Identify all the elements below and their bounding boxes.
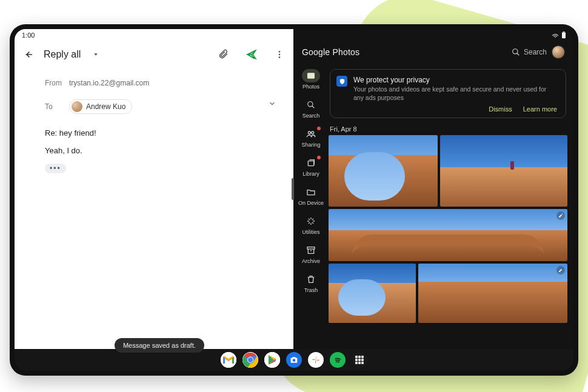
attach-button[interactable] <box>215 45 233 64</box>
rail-archive[interactable]: Archive <box>293 241 329 267</box>
split-handle[interactable] <box>292 178 294 200</box>
back-button[interactable] <box>19 45 38 64</box>
svg-rect-6 <box>307 73 315 78</box>
photo-grid <box>329 135 567 345</box>
tablet-frame: 1:00 Reply all <box>10 24 578 376</box>
photo-thumbnail[interactable] <box>329 135 438 207</box>
from-label: From <box>45 79 69 87</box>
taskbar-camera[interactable] <box>286 352 302 368</box>
rail-library[interactable]: Library <box>293 154 329 179</box>
privacy-title: We protect your privacy <box>353 76 557 84</box>
svg-point-2 <box>279 51 281 53</box>
from-value: trystan.io.22@gmail.com <box>69 79 149 87</box>
spotify-icon <box>333 355 342 365</box>
svg-point-4 <box>279 56 281 58</box>
logo-google-text: Google <box>302 47 330 57</box>
battery-icon <box>561 32 566 39</box>
rail-label: Library <box>302 171 319 177</box>
rail-search[interactable]: Search <box>293 96 329 121</box>
status-clock: 1:00 <box>22 32 35 39</box>
rail-label: Search <box>302 113 320 119</box>
svg-rect-10 <box>308 161 313 166</box>
gmail-toolbar: Reply all <box>15 41 293 68</box>
privacy-dismiss-button[interactable]: Dismiss <box>489 105 512 113</box>
taskbar <box>15 349 573 371</box>
chevron-down-icon <box>268 99 276 108</box>
compose-body: From trystan.io.22@gmail.com To Andrew K… <box>15 68 293 173</box>
svg-point-16 <box>248 357 253 362</box>
rail-label: Trash <box>304 287 318 293</box>
photos-header: Google Photos Search <box>293 41 573 63</box>
paperclip-icon <box>218 49 229 60</box>
photo-thumbnail[interactable] <box>440 135 567 207</box>
taskbar-play[interactable] <box>264 352 280 368</box>
taskbar-all-apps[interactable] <box>352 352 367 368</box>
library-icon <box>306 158 316 168</box>
from-row[interactable]: From trystan.io.22@gmail.com <box>45 75 279 91</box>
rail-utilities[interactable]: Utilities <box>293 212 329 238</box>
privacy-banner: We protect your privacy Your photos and … <box>330 69 566 118</box>
status-icons <box>552 32 566 39</box>
search-button[interactable]: Search <box>512 48 547 56</box>
recipient-name: Andrew Kuo <box>86 102 125 111</box>
taskbar-chrome[interactable] <box>242 352 258 368</box>
search-label: Search <box>524 48 547 56</box>
status-bar: 1:00 <box>15 29 573 41</box>
recipient-avatar-icon <box>72 101 82 112</box>
compose-title: Reply all <box>44 49 81 60</box>
subject-line[interactable]: Re: hey friend! <box>45 128 279 138</box>
to-label: To <box>45 102 69 111</box>
svg-point-5 <box>513 49 518 54</box>
photo-thumbnail[interactable] <box>329 264 416 323</box>
rail-trash[interactable]: Trash <box>293 270 329 296</box>
arrow-left-icon <box>23 49 34 60</box>
svg-rect-0 <box>562 33 566 39</box>
more-button[interactable] <box>270 45 289 64</box>
recipient-chip[interactable]: Andrew Kuo <box>69 99 132 114</box>
taskbar-spotify[interactable] <box>330 352 346 368</box>
rail-label: On Device <box>298 200 324 206</box>
rail-sharing[interactable]: Sharing <box>293 125 329 150</box>
message-body-text[interactable]: Yeah, I do. <box>45 146 279 155</box>
rail-label: Photos <box>302 84 319 90</box>
photo-date-header: Fri, Apr 8 <box>330 125 567 133</box>
more-vert-icon <box>275 50 284 59</box>
image-icon <box>306 71 316 81</box>
expand-recipients-button[interactable] <box>268 99 276 108</box>
gmail-icon <box>221 352 236 368</box>
apps-grid-icon <box>355 356 364 364</box>
logo-photos-text: Photos <box>332 47 359 57</box>
google-photos-icon <box>310 354 321 365</box>
taskbar-photos[interactable] <box>308 352 324 368</box>
toast-message: Message saved as draft. <box>115 338 204 353</box>
archive-icon <box>306 245 316 255</box>
play-store-icon <box>264 352 280 368</box>
send-icon <box>246 49 257 60</box>
privacy-body: Your photos and videos are kept safe and… <box>353 85 557 102</box>
rail-label: Archive <box>302 258 320 264</box>
google-photos-logo: Google Photos <box>302 47 359 57</box>
notification-badge-icon <box>316 155 321 160</box>
show-trimmed-button[interactable]: ••• <box>45 164 66 173</box>
to-row[interactable]: To Andrew Kuo <box>45 96 279 118</box>
svg-point-8 <box>308 131 310 134</box>
folder-icon <box>306 187 316 197</box>
account-avatar[interactable] <box>552 45 565 59</box>
send-button[interactable] <box>242 45 261 64</box>
trash-icon <box>306 274 316 284</box>
rail-ondevice[interactable]: On Device <box>293 183 329 208</box>
svg-point-3 <box>279 54 281 56</box>
caret-down-icon <box>93 51 99 58</box>
reply-mode-dropdown[interactable] <box>87 45 105 64</box>
tablet-screen: 1:00 Reply all <box>15 29 573 371</box>
wifi-icon <box>552 32 559 39</box>
photos-main: We protect your privacy Your photos and … <box>329 41 573 349</box>
taskbar-gmail[interactable] <box>221 352 236 368</box>
svg-point-18 <box>293 359 296 362</box>
rail-label: Sharing <box>301 142 320 148</box>
rail-photos[interactable]: Photos <box>293 67 329 92</box>
search-icon <box>307 101 315 109</box>
photo-thumbnail[interactable] <box>418 264 567 323</box>
photo-thumbnail[interactable] <box>329 209 567 261</box>
privacy-learn-button[interactable]: Learn more <box>523 105 557 113</box>
